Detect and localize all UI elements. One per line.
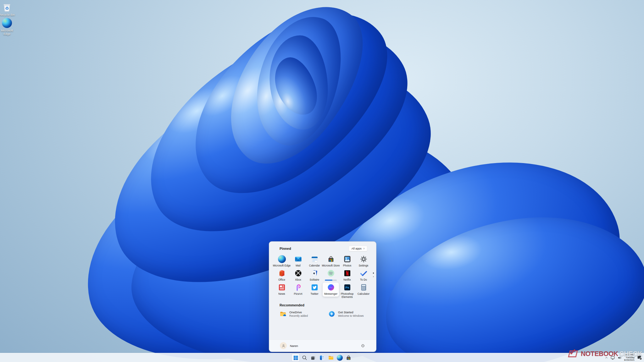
edge-icon xyxy=(337,355,343,361)
to-do-check-icon xyxy=(360,269,368,277)
pinned-app-label: Photoshop Elements xyxy=(340,292,354,299)
file-explorer-button[interactable] xyxy=(327,354,335,361)
recommended-item-get-started[interactable]: Get Started Welcome to Windows xyxy=(327,310,365,318)
windows-logo-icon xyxy=(293,355,299,361)
recommended-title: Get Started xyxy=(338,310,364,314)
svg-text:Ps: Ps xyxy=(345,286,349,289)
pinned-section-header: Pinned xyxy=(280,247,291,250)
start-button[interactable] xyxy=(292,354,299,361)
calculator-icon xyxy=(360,283,368,291)
system-tray: 10:30 AM Tuesday 6/15/2021 xyxy=(605,353,642,362)
file-explorer-icon xyxy=(328,355,334,361)
mail-icon xyxy=(294,255,302,263)
pinned-app-photos[interactable]: Photos xyxy=(339,254,355,268)
power-button[interactable] xyxy=(359,342,367,349)
desktop-icon-recycle-bin[interactable]: ♻ Recycle Bin xyxy=(0,2,18,17)
photoshop-elements-icon: Ps xyxy=(343,283,351,291)
taskbar-center-buttons xyxy=(292,353,352,362)
page-dot-active xyxy=(373,272,374,274)
pinned-app-label: To Do xyxy=(360,278,367,281)
calendar-icon xyxy=(311,255,319,263)
user-name: Naren xyxy=(290,344,298,348)
network-icon[interactable] xyxy=(610,355,615,360)
solitaire-icon xyxy=(311,269,319,277)
twitter-icon xyxy=(311,283,319,291)
volume-icon[interactable] xyxy=(617,355,622,360)
widgets-icon xyxy=(319,355,325,361)
pinned-app-microsoft-store[interactable]: Microsoft Store xyxy=(323,254,339,268)
desktop-icon-microsoft-edge[interactable]: Microsoft Edge xyxy=(0,18,18,36)
pinned-app-xbox[interactable]: Xbox xyxy=(290,268,306,282)
install-progress-fill xyxy=(325,280,332,281)
recommended-item-onedrive[interactable]: OneDrive Recently added xyxy=(278,310,309,318)
pinned-app-label: News xyxy=(278,292,285,295)
svg-text:♻: ♻ xyxy=(5,6,9,11)
pinned-app-label: PicsArt xyxy=(294,292,303,295)
news-icon xyxy=(278,283,286,291)
pinned-app-mail[interactable]: Mail xyxy=(290,254,306,268)
windows-11-desktop: ♻ Recycle Bin Microsoft Edge Pinned All … xyxy=(0,0,644,362)
start-menu-footer: Naren xyxy=(269,339,376,352)
taskbar: 10:30 AM Tuesday 6/15/2021 xyxy=(0,353,644,362)
recommended-section-header: Recommended xyxy=(280,303,304,307)
photos-icon xyxy=(343,255,351,263)
pinned-app-messenger[interactable]: Messenger xyxy=(323,282,339,297)
pinned-app-picsart[interactable]: PicsArt xyxy=(290,282,306,297)
edge-taskbar-button[interactable] xyxy=(336,354,343,361)
pinned-app-label: Xbox xyxy=(295,278,301,281)
pinned-app-label: Photos xyxy=(343,264,351,267)
pinned-app-to-do[interactable]: To Do xyxy=(355,268,372,282)
recommended-title: OneDrive xyxy=(289,310,308,314)
widgets-button[interactable] xyxy=(318,354,326,361)
pinned-pages-scroll-indicator[interactable] xyxy=(373,272,374,277)
recommended-subtitle: Recently added xyxy=(289,314,308,317)
start-menu: Pinned All apps Microsoft Edge Mail Cale… xyxy=(269,241,376,352)
pinned-app-photoshop-elements[interactable]: Ps Photoshop Elements xyxy=(339,282,355,297)
clock-date-display[interactable]: 10:30 AM Tuesday 6/15/2021 xyxy=(624,354,635,362)
get-started-icon xyxy=(328,310,335,317)
power-icon xyxy=(361,343,365,348)
pinned-app-solitaire[interactable]: Solitaire xyxy=(306,268,323,282)
notifications-icon xyxy=(637,355,642,360)
pinned-app-netflix[interactable]: Netflix xyxy=(339,268,355,282)
pinned-app-microsoft-edge[interactable]: Microsoft Edge xyxy=(274,254,290,268)
page-dot xyxy=(373,276,374,277)
all-apps-label: All apps xyxy=(352,247,362,250)
spotify-icon xyxy=(327,269,335,277)
pinned-app-label: Microsoft Store xyxy=(322,264,340,267)
pinned-app-label: Solitaire xyxy=(310,278,319,281)
pinned-app-label: Twitter xyxy=(310,292,318,295)
pinned-app-label: Microsoft Edge xyxy=(273,264,291,267)
office-icon xyxy=(278,269,286,277)
recycle-bin-icon: ♻ xyxy=(2,2,12,13)
pinned-app-label: Netflix xyxy=(343,278,351,281)
task-view-button[interactable] xyxy=(309,354,317,361)
edge-icon xyxy=(2,18,12,28)
pinned-app-label: Settings xyxy=(359,264,369,267)
picsart-icon xyxy=(294,283,302,291)
pinned-app-settings[interactable]: Settings xyxy=(355,254,372,268)
pinned-app-label: Calculator xyxy=(358,292,369,295)
all-apps-button[interactable]: All apps xyxy=(349,246,367,251)
user-account-button[interactable]: Naren xyxy=(280,342,298,349)
messenger-icon xyxy=(327,283,335,291)
pinned-app-calendar[interactable]: Calendar xyxy=(306,254,323,268)
notifications-button[interactable] xyxy=(637,355,642,360)
task-view-icon xyxy=(310,355,316,361)
search-button[interactable] xyxy=(301,354,308,361)
netflix-icon xyxy=(343,269,351,277)
microsoft-store-icon xyxy=(327,255,335,263)
chevron-right-icon xyxy=(364,247,364,250)
onedrive-folder-icon xyxy=(280,310,286,317)
pinned-app-office[interactable]: Office xyxy=(274,268,290,282)
tray-overflow-chevron-up-icon[interactable] xyxy=(605,356,608,359)
microsoft-store-taskbar-button[interactable] xyxy=(345,354,352,361)
pinned-app-calculator[interactable]: Calculator xyxy=(355,282,372,297)
pinned-app-twitter[interactable]: Twitter xyxy=(306,282,323,297)
pinned-app-spotify-installing[interactable] xyxy=(323,268,339,282)
install-progress-bar xyxy=(325,280,337,281)
tray-date: 6/15/2021 xyxy=(624,359,635,362)
pinned-app-news[interactable]: News xyxy=(274,282,290,297)
desktop-icon-label: Recycle Bin xyxy=(0,13,15,17)
recommended-subtitle: Welcome to Windows xyxy=(338,314,364,317)
